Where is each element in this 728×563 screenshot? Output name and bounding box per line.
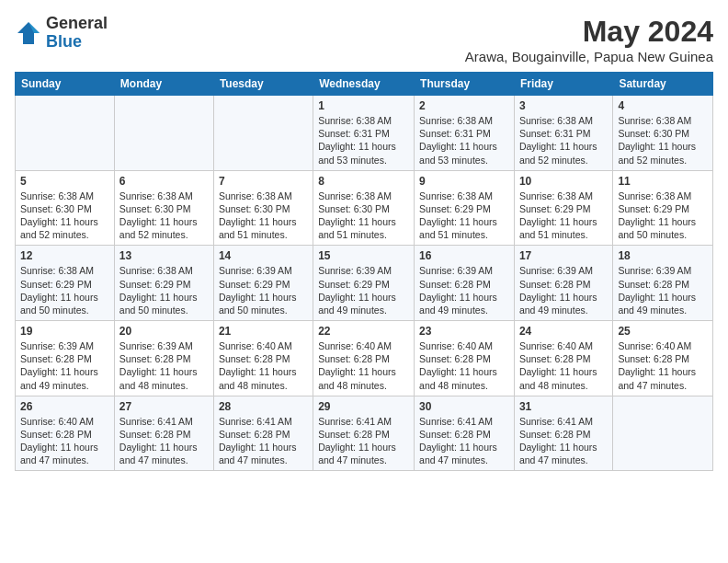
calendar-cell: 17Sunrise: 6:39 AM Sunset: 6:28 PM Dayli… xyxy=(514,246,612,321)
day-number: 27 xyxy=(119,400,209,413)
header-tuesday: Tuesday xyxy=(213,73,313,96)
calendar-cell: 20Sunrise: 6:39 AM Sunset: 6:28 PM Dayli… xyxy=(114,321,213,396)
calendar-cell: 29Sunrise: 6:41 AM Sunset: 6:28 PM Dayli… xyxy=(313,396,415,471)
day-info: Sunrise: 6:40 AM Sunset: 6:28 PM Dayligh… xyxy=(519,339,608,392)
day-number: 2 xyxy=(419,99,509,112)
day-info: Sunrise: 6:38 AM Sunset: 6:29 PM Dayligh… xyxy=(20,264,109,316)
page-header: General Blue May 2024 Arawa, Bougainvill… xyxy=(15,15,713,64)
day-number: 24 xyxy=(519,325,608,338)
logo-general-text: General xyxy=(46,15,108,33)
calendar-cell: 24Sunrise: 6:40 AM Sunset: 6:28 PM Dayli… xyxy=(514,321,612,396)
calendar-cell xyxy=(114,96,213,171)
day-info: Sunrise: 6:39 AM Sunset: 6:28 PM Dayligh… xyxy=(119,339,209,392)
header-friday: Friday xyxy=(514,73,612,96)
day-info: Sunrise: 6:41 AM Sunset: 6:28 PM Dayligh… xyxy=(519,415,608,467)
calendar-cell xyxy=(213,96,313,171)
day-info: Sunrise: 6:39 AM Sunset: 6:28 PM Dayligh… xyxy=(419,264,509,316)
calendar-week-row: 1Sunrise: 6:38 AM Sunset: 6:31 PM Daylig… xyxy=(16,96,713,171)
day-info: Sunrise: 6:39 AM Sunset: 6:28 PM Dayligh… xyxy=(519,264,608,316)
header-monday: Monday xyxy=(114,73,213,96)
calendar-cell: 2Sunrise: 6:38 AM Sunset: 6:31 PM Daylig… xyxy=(415,96,515,171)
header-thursday: Thursday xyxy=(415,73,515,96)
day-info: Sunrise: 6:38 AM Sunset: 6:30 PM Dayligh… xyxy=(618,114,708,167)
calendar-cell: 28Sunrise: 6:41 AM Sunset: 6:28 PM Dayli… xyxy=(213,396,313,471)
day-number: 7 xyxy=(219,175,308,188)
title-block: May 2024 Arawa, Bougainville, Papua New … xyxy=(465,15,713,64)
day-info: Sunrise: 6:38 AM Sunset: 6:29 PM Dayligh… xyxy=(519,190,608,242)
day-info: Sunrise: 6:38 AM Sunset: 6:30 PM Dayligh… xyxy=(219,190,308,242)
calendar-week-row: 5Sunrise: 6:38 AM Sunset: 6:30 PM Daylig… xyxy=(16,170,713,246)
day-number: 14 xyxy=(219,249,308,262)
day-number: 29 xyxy=(318,400,409,413)
day-number: 4 xyxy=(618,99,708,112)
calendar-cell: 3Sunrise: 6:38 AM Sunset: 6:31 PM Daylig… xyxy=(514,96,612,171)
calendar-week-row: 19Sunrise: 6:39 AM Sunset: 6:28 PM Dayli… xyxy=(16,321,713,396)
header-wednesday: Wednesday xyxy=(313,73,415,96)
calendar-cell: 4Sunrise: 6:38 AM Sunset: 6:30 PM Daylig… xyxy=(613,96,713,171)
calendar-cell: 8Sunrise: 6:38 AM Sunset: 6:30 PM Daylig… xyxy=(313,170,415,246)
day-number: 1 xyxy=(318,99,409,112)
day-number: 23 xyxy=(419,325,509,338)
day-info: Sunrise: 6:41 AM Sunset: 6:28 PM Dayligh… xyxy=(219,415,308,467)
calendar-cell: 12Sunrise: 6:38 AM Sunset: 6:29 PM Dayli… xyxy=(16,246,115,321)
day-number: 16 xyxy=(419,249,509,262)
calendar-cell: 9Sunrise: 6:38 AM Sunset: 6:29 PM Daylig… xyxy=(415,170,515,246)
day-number: 5 xyxy=(20,175,109,188)
calendar-cell: 10Sunrise: 6:38 AM Sunset: 6:29 PM Dayli… xyxy=(514,170,612,246)
day-info: Sunrise: 6:40 AM Sunset: 6:28 PM Dayligh… xyxy=(618,339,708,392)
day-info: Sunrise: 6:38 AM Sunset: 6:29 PM Dayligh… xyxy=(419,190,509,242)
calendar-cell: 15Sunrise: 6:39 AM Sunset: 6:29 PM Dayli… xyxy=(313,246,415,321)
calendar-cell: 5Sunrise: 6:38 AM Sunset: 6:30 PM Daylig… xyxy=(16,170,115,246)
day-number: 20 xyxy=(119,325,209,338)
day-number: 25 xyxy=(618,325,708,338)
day-info: Sunrise: 6:38 AM Sunset: 6:30 PM Dayligh… xyxy=(20,190,109,242)
day-number: 8 xyxy=(318,175,409,188)
day-info: Sunrise: 6:38 AM Sunset: 6:30 PM Dayligh… xyxy=(318,190,409,242)
day-info: Sunrise: 6:40 AM Sunset: 6:28 PM Dayligh… xyxy=(419,339,509,392)
calendar-week-row: 26Sunrise: 6:40 AM Sunset: 6:28 PM Dayli… xyxy=(16,396,713,471)
header-sunday: Sunday xyxy=(16,73,115,96)
calendar-cell: 31Sunrise: 6:41 AM Sunset: 6:28 PM Dayli… xyxy=(514,396,612,471)
calendar-cell: 13Sunrise: 6:38 AM Sunset: 6:29 PM Dayli… xyxy=(114,246,213,321)
calendar-cell xyxy=(613,396,713,471)
day-number: 6 xyxy=(119,175,209,188)
calendar-cell: 23Sunrise: 6:40 AM Sunset: 6:28 PM Dayli… xyxy=(415,321,515,396)
day-info: Sunrise: 6:38 AM Sunset: 6:30 PM Dayligh… xyxy=(119,190,209,242)
day-number: 30 xyxy=(419,400,509,413)
calendar-cell: 25Sunrise: 6:40 AM Sunset: 6:28 PM Dayli… xyxy=(613,321,713,396)
day-info: Sunrise: 6:38 AM Sunset: 6:31 PM Dayligh… xyxy=(519,114,608,167)
calendar-week-row: 12Sunrise: 6:38 AM Sunset: 6:29 PM Dayli… xyxy=(16,246,713,321)
logo-blue-text: Blue xyxy=(46,33,108,52)
calendar-cell: 18Sunrise: 6:39 AM Sunset: 6:28 PM Dayli… xyxy=(613,246,713,321)
day-info: Sunrise: 6:40 AM Sunset: 6:28 PM Dayligh… xyxy=(20,415,109,467)
day-number: 21 xyxy=(219,325,308,338)
day-info: Sunrise: 6:38 AM Sunset: 6:31 PM Dayligh… xyxy=(419,114,509,167)
day-info: Sunrise: 6:39 AM Sunset: 6:29 PM Dayligh… xyxy=(219,264,308,316)
day-number: 10 xyxy=(519,175,608,188)
day-info: Sunrise: 6:40 AM Sunset: 6:28 PM Dayligh… xyxy=(219,339,308,392)
day-info: Sunrise: 6:41 AM Sunset: 6:28 PM Dayligh… xyxy=(419,415,509,467)
day-number: 12 xyxy=(20,249,109,262)
day-number: 15 xyxy=(318,249,409,262)
calendar-cell: 27Sunrise: 6:41 AM Sunset: 6:28 PM Dayli… xyxy=(114,396,213,471)
day-number: 11 xyxy=(618,175,708,188)
calendar-cell xyxy=(16,96,115,171)
day-number: 22 xyxy=(318,325,409,338)
calendar-cell: 14Sunrise: 6:39 AM Sunset: 6:29 PM Dayli… xyxy=(213,246,313,321)
day-info: Sunrise: 6:41 AM Sunset: 6:28 PM Dayligh… xyxy=(318,415,409,467)
day-number: 28 xyxy=(219,400,308,413)
day-info: Sunrise: 6:39 AM Sunset: 6:28 PM Dayligh… xyxy=(20,339,109,392)
day-number: 3 xyxy=(519,99,608,112)
day-info: Sunrise: 6:38 AM Sunset: 6:29 PM Dayligh… xyxy=(119,264,209,316)
month-year-title: May 2024 xyxy=(465,15,713,49)
logo-icon xyxy=(15,19,42,47)
calendar-cell: 1Sunrise: 6:38 AM Sunset: 6:31 PM Daylig… xyxy=(313,96,415,171)
calendar-table: SundayMondayTuesdayWednesdayThursdayFrid… xyxy=(15,72,713,471)
calendar-cell: 21Sunrise: 6:40 AM Sunset: 6:28 PM Dayli… xyxy=(213,321,313,396)
day-number: 26 xyxy=(20,400,109,413)
day-info: Sunrise: 6:41 AM Sunset: 6:28 PM Dayligh… xyxy=(119,415,209,467)
day-number: 9 xyxy=(419,175,509,188)
day-info: Sunrise: 6:40 AM Sunset: 6:28 PM Dayligh… xyxy=(318,339,409,392)
calendar-cell: 30Sunrise: 6:41 AM Sunset: 6:28 PM Dayli… xyxy=(415,396,515,471)
calendar-cell: 26Sunrise: 6:40 AM Sunset: 6:28 PM Dayli… xyxy=(16,396,115,471)
